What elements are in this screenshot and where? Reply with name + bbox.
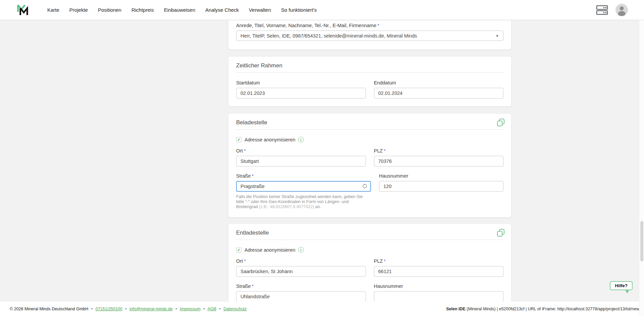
navbar-right-actions [596, 4, 628, 16]
enddatum-input[interactable] [374, 88, 504, 99]
startdatum-label: Startdatum [236, 80, 366, 85]
contact-select-value: Herr, TitelP, Selen, IDE, 0987/654321, s… [240, 33, 417, 39]
chevron-down-icon: ▼ [495, 34, 499, 38]
footer-link-email[interactable]: info@mineral-minds.de [129, 307, 173, 311]
entladestelle-anonymize-row: ✓ Adresse anonymisieren i [236, 247, 503, 253]
entladestelle-strasse-input[interactable] [236, 291, 366, 302]
scrollbar-thumb[interactable] [640, 221, 643, 261]
strasse-field-group: Straße* Falls die Position keiner Straße… [236, 173, 371, 209]
enddatum-label: Enddatum [374, 80, 504, 85]
enddatum-field-group: Enddatum [374, 80, 504, 99]
strasse-helper-text: Falls die Position keiner Straße zugeord… [236, 194, 371, 209]
entladestelle-card: Entladestelle ✓ Adresse anonymisieren i … [228, 224, 512, 310]
hausnummer-label: Hausnummer [374, 283, 504, 289]
required-asterisk: * [384, 148, 386, 153]
anonymize-label: Adresse anonymisieren [245, 137, 296, 142]
required-asterisk: * [384, 258, 386, 264]
plz-field-group: PLZ* [374, 148, 504, 167]
plz-label: PLZ* [374, 148, 504, 153]
user-avatar-icon[interactable] [615, 4, 628, 16]
hausnummer-field-group: Hausnummer [374, 283, 504, 302]
copyright-text: © 2026 Mineral Minds Deutschland GmbH [10, 307, 88, 311]
divider [236, 129, 503, 130]
server-icon[interactable] [596, 5, 608, 15]
footer-left: © 2026 Mineral Minds Deutschland GmbH • … [10, 307, 247, 311]
timeframe-card: Zeitlicher Rahmen Startdatum Enddatum [228, 56, 512, 107]
copy-icon[interactable] [497, 118, 505, 127]
contact-card: Anrede, Titel, Vorname, Nachname, Tel.-N… [228, 20, 512, 50]
loading-spinner-icon [363, 184, 367, 188]
divider [236, 240, 503, 240]
plz-field-group: PLZ* [374, 258, 504, 277]
ort-field-group: Ort* [236, 148, 366, 167]
beladestelle-card: Beladestelle ✓ Adresse anonymisieren i O… [228, 113, 512, 217]
footer-debug-info: Selen IDE (Mineral Minds) | e5200fd213cf… [446, 307, 639, 311]
checkmark-icon: ✓ [237, 248, 240, 252]
nav-item-positionen[interactable]: Positionen [98, 7, 121, 13]
strasse-field-group: Straße* [236, 283, 366, 302]
nav-item-projekte[interactable]: Projekte [69, 7, 88, 13]
beladestelle-title: Beladestelle [236, 119, 503, 126]
help-bubble-tail [625, 290, 629, 294]
entladestelle-plz-input[interactable] [374, 266, 504, 277]
page-footer: © 2026 Mineral Minds Deutschland GmbH • … [0, 302, 644, 316]
footer-link-datenschutz[interactable]: Datenschutz [223, 307, 247, 311]
beladestelle-anonymize-row: ✓ Adresse anonymisieren i [236, 137, 503, 142]
entladestelle-hausnummer-input[interactable] [374, 291, 504, 302]
nav-item-richtpreis[interactable]: Richtpreis [131, 7, 154, 13]
nav-item-analyse-check[interactable]: Analyse Check [205, 7, 239, 13]
contact-label: Anrede, Titel, Vorname, Nachname, Tel.-N… [236, 23, 503, 28]
beladestelle-strasse-input[interactable] [236, 181, 371, 192]
ort-label: Ort* [236, 258, 366, 264]
required-asterisk: * [377, 23, 379, 28]
timeframe-title: Zeitlicher Rahmen [236, 62, 503, 69]
strasse-label: Straße* [236, 173, 371, 179]
hausnummer-field-group: Hausnummer [379, 173, 503, 209]
top-navbar: Karte Projekte Positionen Richtpreis Ein… [0, 0, 644, 20]
ort-field-group: Ort* [236, 258, 366, 277]
footer-link-agb[interactable]: AGB [208, 307, 216, 311]
copy-icon[interactable] [497, 229, 505, 237]
checkmark-icon: ✓ [237, 137, 240, 142]
startdatum-input[interactable] [236, 88, 366, 99]
nav-item-einbauweisen[interactable]: Einbauweisen [164, 7, 195, 13]
form-content: Anrede, Titel, Vorname, Nachname, Tel.-N… [228, 20, 512, 310]
anonymize-checkbox[interactable]: ✓ [236, 247, 241, 253]
entladestelle-title: Entladestelle [236, 230, 503, 236]
required-asterisk: * [244, 258, 246, 264]
main-nav: Karte Projekte Positionen Richtpreis Ein… [47, 7, 317, 13]
nav-item-verwalten[interactable]: Verwalten [249, 7, 271, 13]
entladestelle-ort-input[interactable] [236, 266, 366, 277]
startdatum-field-group: Startdatum [236, 80, 366, 99]
nav-item-karte[interactable]: Karte [47, 7, 59, 13]
beladestelle-ort-input[interactable] [236, 156, 366, 167]
beladestelle-hausnummer-input[interactable] [379, 181, 503, 192]
info-icon[interactable]: i [298, 137, 304, 142]
plz-label: PLZ* [374, 258, 504, 264]
strasse-label: Straße* [236, 283, 366, 289]
ort-label: Ort* [236, 148, 366, 153]
footer-user: Selen IDE [446, 307, 466, 311]
nav-item-so-funktionierts[interactable]: So funktioniert's [281, 7, 317, 13]
footer-link-impressum[interactable]: Impressum [180, 307, 201, 311]
help-button[interactable]: Hilfe? [610, 281, 633, 290]
info-icon[interactable]: i [298, 247, 304, 253]
required-asterisk: * [244, 148, 246, 153]
required-asterisk: * [252, 173, 254, 179]
required-asterisk: * [252, 283, 254, 289]
footer-link-phone[interactable]: 07151/250100 [96, 307, 122, 311]
vertical-scrollbar[interactable] [639, 20, 644, 316]
contact-select[interactable]: Herr, TitelP, Selen, IDE, 0987/654321, s… [236, 30, 503, 41]
mineral-minds-logo-icon[interactable] [16, 3, 29, 17]
anonymize-label: Adresse anonymisieren [245, 247, 296, 253]
divider [236, 72, 503, 73]
hausnummer-label: Hausnummer [379, 173, 503, 179]
anonymize-checkbox[interactable]: ✓ [236, 137, 241, 142]
beladestelle-plz-input[interactable] [374, 156, 504, 167]
